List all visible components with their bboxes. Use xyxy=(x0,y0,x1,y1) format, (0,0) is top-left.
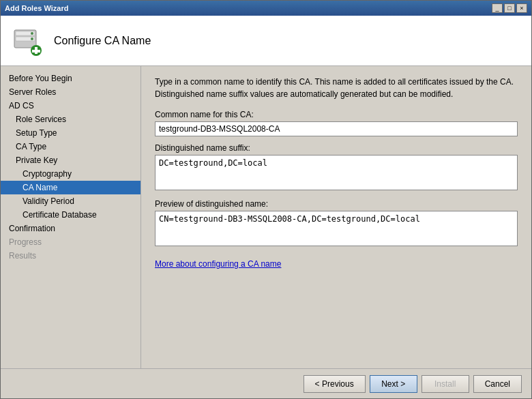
footer: < Previous Next > Install Cancel xyxy=(1,368,531,398)
sidebar-item-server-roles[interactable]: Server Roles xyxy=(1,85,141,99)
sidebar-item-setup-type[interactable]: Setup Type xyxy=(1,126,141,140)
previous-button[interactable]: < Previous xyxy=(304,375,366,393)
install-button[interactable]: Install xyxy=(422,375,469,393)
distinguished-suffix-input[interactable] xyxy=(155,155,518,190)
header-title: Configure CA Name xyxy=(54,35,151,47)
sidebar-item-ca-type[interactable]: CA Type xyxy=(1,140,141,153)
sidebar-item-progress: Progress xyxy=(1,235,141,249)
sidebar-item-private-key[interactable]: Private Key xyxy=(1,153,141,167)
header-area: Configure CA Name xyxy=(1,16,531,66)
svg-rect-7 xyxy=(32,50,40,53)
main-content: Type in a common name to identify this C… xyxy=(141,66,531,368)
common-name-group: Common name for this CA: xyxy=(155,110,518,136)
window-title: Add Roles Wizard xyxy=(5,4,68,12)
sidebar-item-ad-cs[interactable]: AD CS xyxy=(1,99,141,113)
next-button[interactable]: Next > xyxy=(370,375,417,393)
preview-group: Preview of distinguished name: xyxy=(155,199,518,248)
title-bar-buttons: _ □ × xyxy=(492,3,527,13)
description-text: Type in a common name to identify this C… xyxy=(155,76,518,100)
maximize-button[interactable]: □ xyxy=(504,3,515,13)
description-line2: Distinguished name suffix values are aut… xyxy=(155,89,453,99)
svg-point-3 xyxy=(31,32,33,35)
sidebar-item-role-services[interactable]: Role Services xyxy=(1,113,141,126)
sidebar: Before You BeginServer RolesAD CSRole Se… xyxy=(1,66,141,368)
svg-point-4 xyxy=(31,38,33,40)
preview-label: Preview of distinguished name: xyxy=(155,199,518,209)
distinguished-suffix-group: Distinguished name suffix: xyxy=(155,143,518,192)
sidebar-item-validity-period[interactable]: Validity Period xyxy=(1,194,141,208)
common-name-input[interactable] xyxy=(155,121,518,136)
preview-input[interactable] xyxy=(155,211,518,246)
sidebar-item-confirmation[interactable]: Confirmation xyxy=(1,222,141,235)
sidebar-item-results: Results xyxy=(1,249,141,263)
sidebar-item-cryptography[interactable]: Cryptography xyxy=(1,167,141,181)
main-window: Add Roles Wizard _ □ × Configure CA N xyxy=(0,0,532,399)
title-bar: Add Roles Wizard _ □ × xyxy=(1,1,531,16)
header-icon xyxy=(12,25,44,57)
common-name-label: Common name for this CA: xyxy=(155,110,518,119)
sidebar-item-certificate-database[interactable]: Certificate Database xyxy=(1,208,141,222)
distinguished-suffix-label: Distinguished name suffix: xyxy=(155,143,518,153)
minimize-button[interactable]: _ xyxy=(492,3,503,13)
close-button[interactable]: × xyxy=(516,3,527,13)
cancel-button[interactable]: Cancel xyxy=(473,375,522,393)
sidebar-item-ca-name[interactable]: CA Name xyxy=(1,181,141,194)
description-line1: Type in a common name to identify this C… xyxy=(155,77,514,87)
link-area: More about configuring a CA name xyxy=(155,259,518,269)
server-cert-icon xyxy=(12,25,44,57)
content-area: Before You BeginServer RolesAD CSRole Se… xyxy=(1,66,531,368)
more-info-link[interactable]: More about configuring a CA name xyxy=(155,259,281,269)
sidebar-item-before-you-begin[interactable]: Before You Begin xyxy=(1,72,141,85)
